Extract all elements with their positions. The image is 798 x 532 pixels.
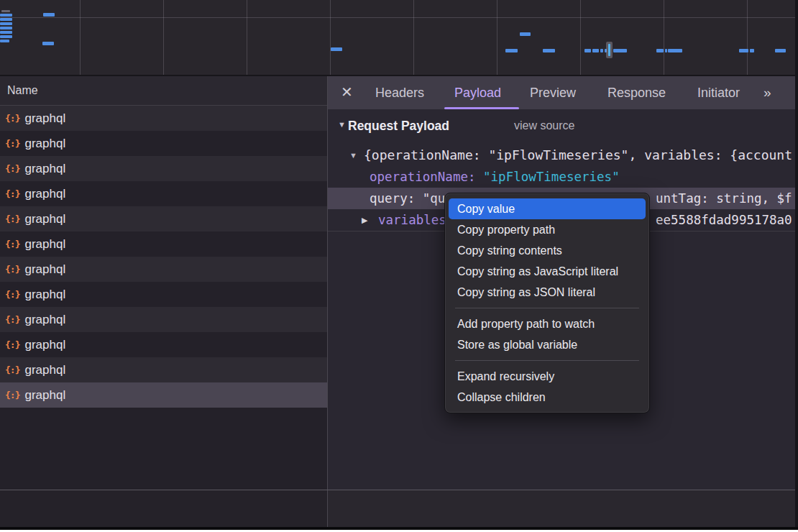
request-name: graphql (24, 162, 65, 176)
context-menu: Copy valueCopy property pathCopy string … (444, 193, 650, 413)
menu-item-copy-property-path[interactable]: Copy property path (445, 219, 649, 240)
close-icon[interactable]: ✕ (341, 76, 353, 109)
request-row[interactable]: {:}graphql (0, 332, 327, 357)
grid-line (80, 0, 81, 75)
request-row[interactable]: {:}graphql (0, 206, 327, 231)
json-braces-icon: {:} (5, 289, 19, 300)
request-row[interactable]: {:}graphql (0, 131, 327, 156)
section-collapse-icon[interactable]: ▼ (338, 120, 346, 129)
status-bar-right (328, 490, 795, 527)
menu-item-collapse-children[interactable]: Collapse children (445, 387, 649, 408)
request-timing-bar (600, 49, 603, 52)
menu-item-copy-string-contents[interactable]: Copy string contents (445, 240, 649, 261)
menu-separator (455, 308, 639, 308)
more-tabs-icon[interactable]: » (763, 76, 770, 109)
status-bar-left (0, 490, 327, 527)
timeline-marker-core (608, 44, 610, 56)
variables-value-fragment: ee5588fdad995178a0 (656, 209, 792, 231)
json-braces-icon: {:} (5, 264, 19, 275)
request-name: graphql (24, 363, 65, 377)
request-name: graphql (24, 338, 65, 352)
payload-row-operationName[interactable]: operationName: "ipFlowTimeseries" (328, 166, 795, 188)
request-name: graphql (24, 212, 65, 226)
tab-headers[interactable]: Headers (375, 76, 424, 109)
grid-line (0, 17, 795, 18)
details-tabbar: ✕ HeadersPayloadPreviewResponseInitiator… (328, 76, 795, 109)
grid-line (413, 0, 414, 75)
request-timing-bar (543, 49, 555, 52)
request-name: graphql (24, 111, 65, 126)
menu-separator (455, 360, 639, 361)
request-timing-bar (750, 49, 754, 52)
grid-line (497, 0, 497, 75)
request-timing-bar (505, 49, 518, 52)
tab-initiator[interactable]: Initiator (697, 76, 740, 109)
json-braces-icon: {:} (5, 214, 19, 224)
request-timing-bar (0, 27, 12, 29)
request-row[interactable]: {:}graphql (0, 257, 327, 282)
request-timing-bar (0, 14, 12, 17)
request-timing-bar (331, 47, 342, 51)
request-timing-bar (520, 32, 531, 36)
collapse-icon[interactable]: ▼ (349, 145, 357, 166)
request-timing-bar (0, 40, 9, 42)
json-braces-icon: {:} (5, 239, 19, 249)
grid-line (330, 0, 331, 75)
devtools-network-panel: Name {:}graphql{:}graphql{:}graphql{:}gr… (0, 0, 798, 532)
property-key: operationName (370, 170, 468, 184)
request-row[interactable]: {:}graphql (0, 382, 327, 408)
tab-payload[interactable]: Payload (454, 76, 501, 109)
query-value-fragment: untTag: string, $f (656, 188, 792, 209)
menu-item-expand-recursively[interactable]: Expand recursively (445, 366, 649, 387)
name-column-header[interactable]: Name (0, 76, 327, 106)
request-timing-bar (0, 31, 12, 34)
devtools-screen: Name {:}graphql{:}graphql{:}graphql{:}gr… (0, 0, 795, 527)
request-name: graphql (24, 388, 65, 403)
request-row[interactable]: {:}graphql (0, 282, 327, 307)
menu-item-copy-value[interactable]: Copy value (449, 198, 646, 219)
network-overview-timeline[interactable] (0, 0, 795, 76)
property-value: "ipFlowTimeseries" (483, 170, 620, 184)
json-braces-icon: {:} (5, 113, 19, 124)
json-braces-icon: {:} (5, 339, 19, 350)
payload-root-row[interactable]: ▼{operationName: "ipFlowTimeseries", var… (328, 145, 795, 166)
grid-line (664, 0, 664, 75)
json-braces-icon: {:} (5, 163, 19, 174)
json-braces-icon: {:} (5, 314, 19, 325)
request-timing-bar (0, 18, 12, 21)
window-bottom-edge (0, 527, 798, 530)
menu-item-copy-string-as-javascript-literal[interactable]: Copy string as JavaScript literal (445, 261, 649, 282)
tab-preview[interactable]: Preview (530, 76, 576, 109)
json-braces-icon: {:} (5, 188, 19, 199)
request-row[interactable]: {:}graphql (0, 231, 327, 257)
request-row[interactable]: {:}graphql (0, 357, 327, 382)
property-key: query (370, 191, 408, 206)
view-source-link[interactable]: view source (514, 115, 574, 137)
request-row[interactable]: {:}graphql (0, 156, 327, 181)
expand-icon[interactable]: ▶ (362, 209, 367, 231)
request-row[interactable]: {:}graphql (0, 307, 327, 332)
window-right-edge (795, 0, 798, 527)
request-row[interactable]: {:}graphql (0, 181, 327, 206)
section-title: Request Payload (348, 115, 449, 137)
panel-splitter[interactable] (327, 76, 328, 527)
requests-list-panel: Name {:}graphql{:}graphql{:}graphql{:}gr… (0, 76, 327, 490)
payload-summary: {operationName: "ipFlowTimeseries", vari… (364, 145, 792, 166)
menu-item-add-property-path-to-watch[interactable]: Add property path to watch (445, 313, 649, 334)
tab-response[interactable]: Response (607, 76, 666, 109)
request-row[interactable]: {:}graphql (0, 106, 327, 131)
request-timing-bar (739, 49, 748, 52)
request-name: graphql (24, 262, 65, 277)
request-name: graphql (24, 237, 65, 252)
request-timing-bar (613, 49, 627, 52)
grid-line (163, 0, 164, 75)
request-name: graphql (24, 187, 65, 201)
request-timing-bar (1, 10, 10, 12)
request-timing-bar (668, 49, 682, 52)
request-name: graphql (24, 313, 65, 327)
menu-item-copy-string-as-json-literal[interactable]: Copy string as JSON literal (445, 282, 649, 303)
request-timing-bar (42, 42, 54, 45)
menu-item-store-as-global-variable[interactable]: Store as global variable (445, 334, 649, 355)
requests-list: {:}graphql{:}graphql{:}graphql{:}graphql… (0, 106, 327, 408)
request-timing-bar (592, 49, 599, 52)
